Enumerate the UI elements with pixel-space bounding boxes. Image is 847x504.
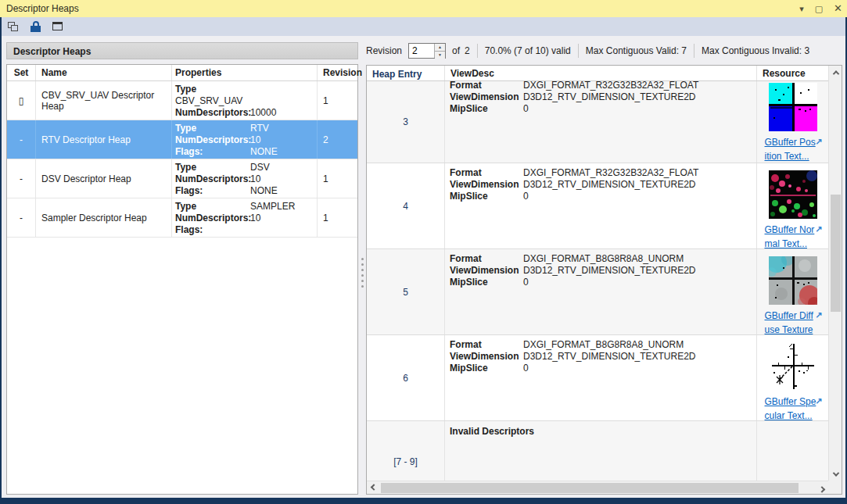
window-frame-icon[interactable] [52, 20, 64, 33]
resource-link[interactable]: GBuffer Spe cular Text... [765, 396, 816, 421]
max-contiguous-valid: Max Contiguous Valid: 7 [586, 45, 687, 56]
set-indicator: - [7, 198, 36, 237]
external-link-icon: ↗ [815, 396, 822, 406]
heap-row-rtv[interactable]: - RTV Descriptor Heap TypeRTV NumDescrip… [7, 120, 357, 159]
close-icon[interactable]: ✕ [834, 0, 842, 17]
heap-revision: 1 [318, 198, 357, 237]
invalid-descriptors-label: Invalid Descriptors [445, 421, 756, 437]
heap-entry-index: 4 [367, 163, 445, 248]
heap-name: Sampler Descriptor Heap [36, 198, 172, 237]
scroll-right-icon[interactable] [815, 481, 828, 495]
panel-splitter[interactable] [360, 36, 366, 498]
entries-table-header: Heap Entry ViewDesc Resource [367, 66, 828, 81]
heap-entry-index: 6 [367, 335, 445, 420]
heap-row-sampler[interactable]: - Sampler Descriptor Heap TypeSAMPLER Nu… [7, 198, 357, 238]
heap-entries-table: Heap Entry ViewDesc Resource 3 FormatDXG… [366, 65, 842, 495]
content-area: Descriptor Heaps Set Name Properties Rev… [2, 36, 845, 498]
horizontal-scrollbar-thumb[interactable] [381, 483, 799, 493]
gbuffer-diffuse-thumbnail[interactable] [769, 256, 817, 305]
gbuffer-normal-thumbnail[interactable] [769, 170, 817, 219]
heap-entry-index: 3 [367, 81, 445, 163]
descriptor-heaps-window: Descriptor Heaps ▾ ▢ ✕ Descriptor Heaps … [0, 0, 847, 504]
resource-link[interactable]: GBuffer Pos ition Text... [765, 137, 816, 162]
max-contiguous-invalid: Max Contiguous Invalid: 3 [702, 45, 809, 56]
external-link-icon: ↗ [815, 310, 822, 320]
heap-entry-row-6[interactable]: 6 FormatDXGI_FORMAT_B8G8R8A8_UNORM ViewD… [367, 335, 828, 421]
scroll-up-icon[interactable] [829, 66, 842, 79]
column-header-properties[interactable]: Properties [172, 65, 318, 80]
heap-entry-row-7-9[interactable]: [7 - 9] Invalid Descriptors [367, 421, 828, 481]
revision-label: Revision [366, 45, 402, 56]
heap-entry-row-3[interactable]: 3 FormatDXGI_FORMAT_R32G32B32A32_FLOAT V… [367, 81, 828, 163]
resource-link[interactable]: GBuffer Diff use Texture [765, 310, 813, 335]
external-link-icon: ↗ [815, 137, 822, 147]
column-header-revision[interactable]: Revision [318, 65, 357, 80]
revision-input[interactable] [409, 44, 434, 58]
external-link-icon: ↗ [815, 224, 822, 234]
scroll-down-icon[interactable] [829, 467, 842, 481]
resource-link[interactable]: GBuffer Nor mal Text... [765, 224, 815, 249]
heap-entry-row-5[interactable]: 5 FormatDXGI_FORMAT_B8G8R8A8_UNORM ViewD… [367, 249, 828, 335]
column-header-set[interactable]: Set [7, 65, 36, 80]
heap-row-cbv-srv-uav[interactable]: ▯ CBV_SRV_UAV Descriptor Heap TypeCBV_SR… [7, 81, 357, 120]
column-header-heap-entry[interactable]: Heap Entry [367, 66, 445, 80]
heap-entry-index: [7 - 9] [367, 421, 445, 481]
heap-name: CBV_SRV_UAV Descriptor Heap [36, 81, 172, 120]
entries-table-body: 3 FormatDXGI_FORMAT_R32G32B32A32_FLOAT V… [367, 81, 828, 481]
window-title: Descriptor Heaps [6, 3, 79, 14]
cascade-windows-icon[interactable] [8, 20, 20, 33]
lock-icon[interactable] [30, 20, 42, 33]
heap-entry-row-4[interactable]: 4 FormatDXGI_FORMAT_R32G32B32A32_FLOAT V… [367, 163, 828, 249]
gbuffer-position-thumbnail[interactable] [769, 83, 817, 131]
heaps-panel: Descriptor Heaps Set Name Properties Rev… [6, 42, 358, 495]
heaps-table: Set Name Properties Revision ▯ CBV_SRV_U… [6, 64, 358, 495]
set-indicator: - [7, 120, 36, 159]
splitter-grip-icon [361, 258, 364, 288]
column-header-resource[interactable]: Resource [757, 66, 828, 80]
heap-name: DSV Descriptor Heap [36, 159, 172, 198]
title-bar[interactable]: Descriptor Heaps ▾ ▢ ✕ [0, 0, 847, 17]
scrollbar-corner [828, 481, 842, 494]
heap-revision: 1 [318, 81, 357, 120]
vertical-scrollbar-thumb[interactable] [831, 195, 841, 312]
spin-up-icon[interactable]: ▲ [435, 44, 445, 51]
revision-spinner[interactable]: ▲ ▼ [408, 43, 446, 59]
revision-of-label: of [452, 45, 460, 56]
toolbar [2, 17, 845, 36]
set-indicator: ▯ [7, 81, 36, 120]
heap-revision: 1 [318, 159, 357, 198]
maximize-icon[interactable]: ▢ [815, 0, 823, 17]
spin-down-icon[interactable]: ▼ [435, 51, 445, 59]
heap-revision: 2 [318, 120, 357, 159]
heaps-table-header: Set Name Properties Revision [7, 65, 357, 81]
vertical-scrollbar[interactable] [828, 66, 842, 481]
column-header-viewdesc[interactable]: ViewDesc [445, 66, 757, 80]
window-menu-dropdown-icon[interactable]: ▾ [799, 0, 804, 17]
horizontal-scrollbar[interactable] [367, 481, 828, 494]
heap-entry-index: 5 [367, 249, 445, 334]
revision-total: 2 [465, 45, 470, 56]
heap-row-dsv[interactable]: - DSV Descriptor Heap TypeDSV NumDescrip… [7, 159, 357, 198]
column-header-name[interactable]: Name [36, 65, 172, 80]
valid-summary: 70.0% (7 of 10) valid [485, 45, 571, 56]
gbuffer-specular-thumbnail[interactable] [769, 342, 817, 391]
heap-name: RTV Descriptor Heap [36, 120, 172, 159]
heaps-group-header: Descriptor Heaps [6, 42, 358, 59]
revision-status-bar: Revision ▲ ▼ of 2 70.0% (7 of 10) valid … [366, 42, 842, 59]
set-indicator: - [7, 159, 36, 198]
scroll-left-icon[interactable] [367, 481, 380, 495]
